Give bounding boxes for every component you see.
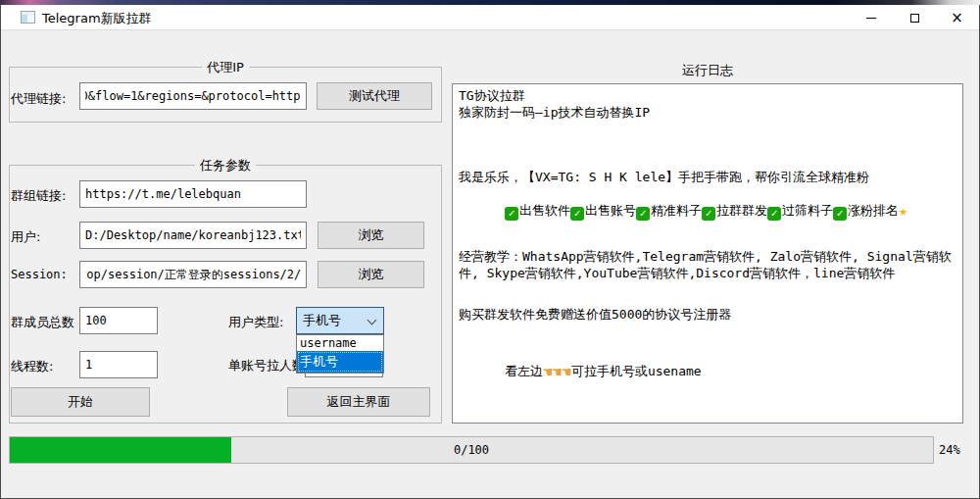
log-text: 看左边: [505, 364, 543, 378]
user-type-value: 手机号: [303, 312, 341, 329]
feature-label: 出售账号: [585, 203, 636, 218]
browse-session-button[interactable]: 浏览: [318, 261, 424, 288]
log-feature-line: ✓出售软件✓出售账号✓精准料子✓拉群群发✓过筛料子✓涨粉排名★: [459, 185, 956, 237]
app-window: Telegram新版拉群 × 代理IP 代理链接: 测试代理 任务参数 群组链接…: [0, 5, 980, 499]
dropdown-option-phone[interactable]: 手机号: [297, 351, 383, 373]
user-type-label: 用户类型:: [228, 314, 283, 331]
log-textarea[interactable]: TG协议拉群 独家防封一码—ip技术自动替换IP 我是乐乐，【VX=TG: S …: [452, 83, 963, 424]
session-input[interactable]: [79, 261, 307, 288]
titlebar: Telegram新版拉群 ×: [1, 5, 979, 30]
close-icon: ×: [951, 11, 963, 25]
task-group-title: 任务参数: [195, 157, 256, 175]
check-icon: ✓: [505, 207, 518, 221]
star-icon: ★: [899, 202, 907, 220]
dropdown-option-username[interactable]: username: [297, 335, 383, 351]
feature-label: 过筛料子: [782, 203, 833, 218]
check-icon: ✓: [570, 207, 584, 221]
point-left-icon: ☚: [553, 363, 563, 381]
start-button[interactable]: 开始: [11, 387, 150, 417]
member-total-label: 群成员总数: [11, 314, 74, 331]
check-icon: ✓: [767, 207, 781, 221]
log-line: TG协议拉群: [459, 87, 956, 104]
group-link-input[interactable]: [79, 180, 307, 208]
browse-user-button[interactable]: 浏览: [318, 222, 424, 249]
check-icon: ✓: [833, 207, 847, 221]
point-left-icon: ☚: [543, 363, 553, 381]
thread-count-label: 线程数:: [11, 358, 53, 375]
user-type-dropdown: username 手机号: [296, 334, 384, 374]
window-title: Telegram新版拉群: [42, 10, 152, 27]
group-link-label: 群组链接:: [11, 187, 66, 205]
close-button[interactable]: ×: [935, 5, 979, 30]
progress-bar: 0/100: [9, 436, 934, 464]
test-proxy-button[interactable]: 测试代理: [317, 82, 432, 110]
user-file-input[interactable]: [79, 222, 307, 249]
point-left-icon: ☚: [562, 363, 571, 381]
log-pointer-line: 看左边☚☚☚可拉手机号或usename: [459, 346, 956, 397]
back-to-main-button[interactable]: 返回主界面: [287, 387, 430, 417]
progress-percent-label: 24%: [939, 443, 960, 457]
feature-label: 精准料子: [651, 203, 702, 218]
feature-label: 拉群群发: [716, 203, 767, 218]
chevron-down-icon: [368, 316, 377, 325]
user-file-label: 用户:: [11, 228, 40, 246]
user-type-combobox[interactable]: 手机号: [296, 307, 384, 334]
progress-count-label: 0/100: [10, 437, 933, 463]
log-line: 独家防封一码—ip技术自动替换IP: [459, 104, 956, 121]
app-icon: [21, 11, 35, 24]
feature-label: 涨粉排名: [848, 203, 899, 218]
proxy-link-label: 代理链接:: [11, 90, 66, 108]
proxy-link-input[interactable]: [79, 82, 307, 110]
check-icon: ✓: [702, 207, 715, 221]
feature-label: 出售软件: [519, 203, 570, 218]
log-line: 经营教学：WhatsApp营销软件,Telegram营销软件, Zalo营销软件…: [459, 248, 956, 281]
maximize-icon: [910, 14, 919, 23]
maximize-button[interactable]: [893, 5, 937, 30]
proxy-group-title: 代理IP: [202, 59, 249, 76]
minimize-button[interactable]: [849, 5, 893, 30]
session-label: Session:: [11, 268, 68, 281]
log-text: 可拉手机号或usename: [571, 364, 702, 378]
log-line: 购买群发软件免费赠送价值5000的协议号注册器: [459, 306, 956, 323]
check-icon: ✓: [636, 207, 650, 221]
minimize-icon: [866, 18, 876, 19]
member-total-input[interactable]: [79, 307, 158, 334]
log-line: 我是乐乐，【VX=TG: S H K lele】手把手带跑，帮你引流全球精准粉: [459, 169, 956, 185]
log-title: 运行日志: [452, 62, 963, 79]
thread-count-input[interactable]: [79, 351, 158, 378]
